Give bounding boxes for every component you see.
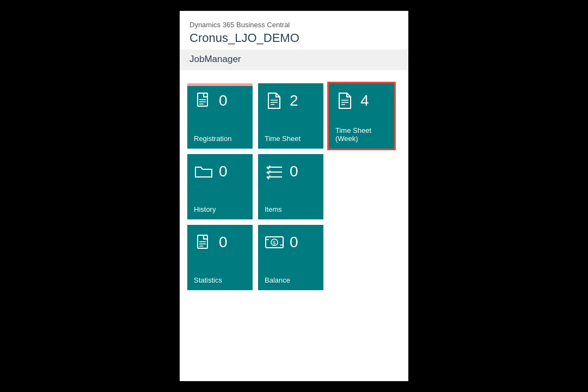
app-container: Dynamics 365 Business Central Cronus_LJO… [180,11,408,381]
tile-registration[interactable]: 0 Registration [187,83,253,149]
role-center: JobManager [180,50,408,70]
folder-icon [194,162,213,181]
document-folded-icon [265,91,284,111]
balance-count: 0 [290,234,298,251]
tile-balance[interactable]: $ 0 Balance [258,225,323,290]
tile-timesheet[interactable]: 2 Time Sheet [258,83,323,149]
money-icon: $ [265,232,284,252]
document-icon [194,91,213,111]
tile-timesheet-week[interactable]: 4 Time Sheet (Week) [329,83,394,149]
svg-text:$: $ [273,240,275,246]
registration-label: Registration [194,134,246,143]
header: Dynamics 365 Business Central Cronus_LJO… [180,11,408,76]
svg-marker-4 [268,93,280,108]
timesheet-label: Time Sheet [265,134,317,143]
tile-statistics[interactable]: 0 Statistics [187,225,253,290]
timesheet-week-count: 4 [360,92,369,109]
checklist-icon [265,162,284,181]
timesheet-week-label: Time Sheet (Week) [335,126,388,143]
tile-history[interactable]: 0 History [187,154,253,219]
history-count: 0 [219,163,228,180]
timesheet-count: 2 [290,92,298,109]
svg-marker-8 [339,93,351,108]
tiles-area: 0 Registration 2 [180,76,408,381]
history-label: History [194,205,246,214]
tile-items[interactable]: 0 Items [258,154,323,219]
tile-row-1: 0 Registration 2 [187,83,401,149]
statistics-count: 0 [219,234,228,251]
items-label: Items [265,205,317,214]
tile-row-3: 0 Statistics $ 0 [187,225,401,290]
registration-count: 0 [219,92,228,109]
app-title: Dynamics 365 Business Central [189,21,399,29]
items-count: 0 [290,163,298,180]
balance-label: Balance [265,276,317,285]
document-week-icon [335,91,355,111]
statistics-label: Statistics [194,276,246,285]
statistics-icon [194,232,213,252]
tile-row-2: 0 History [187,154,401,219]
company-name: Cronus_LJO_DEMO [189,31,399,45]
